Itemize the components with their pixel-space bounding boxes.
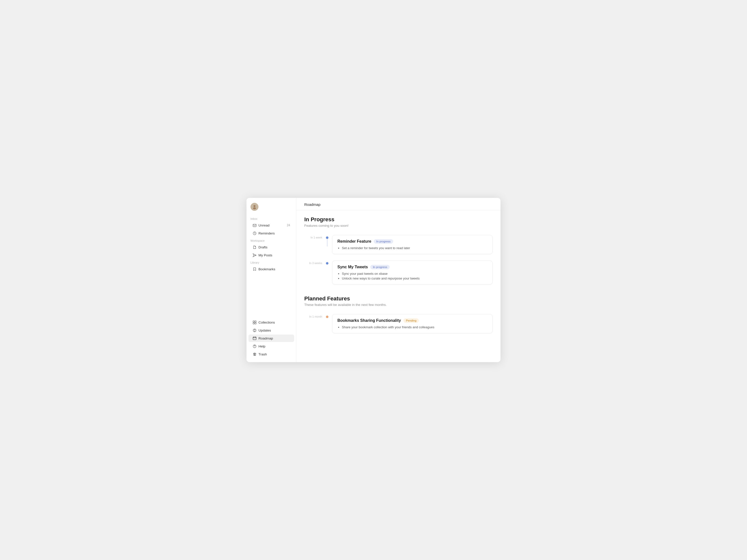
collections-label: Collections bbox=[258, 321, 275, 324]
trash-label: Trash bbox=[258, 352, 267, 356]
in-progress-section: In Progress Features coming to you soon!… bbox=[304, 216, 492, 289]
drafts-label: Drafts bbox=[258, 245, 267, 249]
bookmarks-sharing-title: Bookmarks Sharing Functionality bbox=[337, 318, 401, 323]
timeline-label-1week: In 1 week bbox=[310, 233, 322, 239]
timeline-dot-reminder bbox=[326, 236, 329, 239]
myposts-label: My Posts bbox=[258, 254, 273, 257]
sidebar-item-drafts[interactable]: Drafts bbox=[249, 243, 294, 251]
library-section-label: Library bbox=[247, 259, 296, 265]
sync-bullet-0: Sync your past tweets on xbase bbox=[342, 272, 487, 275]
in-progress-title: In Progress bbox=[304, 216, 492, 223]
sidebar-item-reminders[interactable]: Reminders bbox=[249, 230, 294, 237]
svg-point-1 bbox=[253, 207, 256, 209]
clock-icon bbox=[253, 231, 256, 235]
planned-subtitle: These features will be available in the … bbox=[304, 303, 492, 306]
reminder-feature-title: Reminder Feature bbox=[337, 239, 371, 244]
planned-section: Planned Features These features will be … bbox=[304, 295, 492, 337]
bookmarks-sharing-bullet-0: Share your bookmark collection with your… bbox=[342, 325, 487, 329]
help-label: Help bbox=[258, 344, 265, 348]
updates-label: Updates bbox=[258, 328, 271, 332]
roadmap-icon bbox=[253, 336, 256, 340]
timeline-label-1month: In 1 month bbox=[309, 312, 322, 318]
timeline-row-sync: In 3 weeks Sync My Tweets In progress bbox=[304, 258, 492, 289]
svg-rect-2 bbox=[253, 224, 256, 227]
in-progress-timeline: In 1 week Reminder Feature In progress bbox=[304, 233, 492, 289]
sidebar-item-collections[interactable]: Collections bbox=[249, 319, 294, 326]
bookmarks-sharing-bullets: Share your bookmark collection with your… bbox=[337, 325, 487, 329]
unread-label: Unread bbox=[258, 223, 269, 227]
sidebar: Inbox Unread 24 Reminders Workspace bbox=[247, 198, 296, 362]
page-title: Roadmap bbox=[296, 198, 500, 210]
unread-badge: 24 bbox=[287, 223, 290, 227]
updates-icon bbox=[253, 328, 256, 332]
reminder-badge: In progress bbox=[374, 239, 393, 244]
reminder-bullets: Set a reminder for tweets you want to re… bbox=[337, 246, 487, 250]
help-icon bbox=[253, 344, 256, 348]
svg-rect-6 bbox=[253, 321, 255, 322]
sidebar-item-myposts[interactable]: My Posts bbox=[249, 251, 294, 259]
send-icon bbox=[253, 253, 256, 257]
timeline-dot-bookmarks bbox=[326, 316, 329, 318]
in-progress-subtitle: Features coming to you soon! bbox=[304, 224, 492, 228]
planned-title: Planned Features bbox=[304, 295, 492, 302]
feature-card-sync: Sync My Tweets In progress Sync your pas… bbox=[332, 261, 492, 285]
inbox-icon bbox=[253, 223, 256, 227]
bookmarks-sharing-badge: Pending bbox=[403, 318, 419, 323]
sidebar-item-bookmarks[interactable]: Bookmarks bbox=[249, 265, 294, 273]
svg-point-0 bbox=[254, 205, 256, 207]
sidebar-item-unread[interactable]: Unread 24 bbox=[249, 221, 294, 229]
app-window: Inbox Unread 24 Reminders Workspace bbox=[247, 198, 500, 362]
draft-icon bbox=[253, 245, 256, 249]
bookmark-icon bbox=[253, 267, 256, 271]
reminder-bullet-0: Set a reminder for tweets you want to re… bbox=[342, 246, 487, 250]
svg-rect-9 bbox=[255, 323, 256, 324]
sync-bullet-1: Unlock new ways to curate and repurpose … bbox=[342, 276, 487, 280]
sync-feature-title: Sync My Tweets bbox=[337, 265, 368, 269]
timeline-label-3weeks: In 3 weeks bbox=[309, 258, 322, 265]
reminders-label: Reminders bbox=[258, 232, 275, 235]
svg-rect-11 bbox=[253, 337, 256, 340]
avatar[interactable] bbox=[251, 203, 258, 211]
sync-badge: In progress bbox=[370, 265, 390, 269]
feature-card-bookmarks-sharing: Bookmarks Sharing Functionality Pending … bbox=[332, 314, 492, 333]
svg-rect-7 bbox=[255, 321, 256, 322]
svg-point-16 bbox=[254, 347, 255, 347]
inbox-section-label: Inbox bbox=[247, 215, 296, 221]
workspace-section-label: Workspace bbox=[247, 237, 296, 243]
roadmap-label: Roadmap bbox=[258, 337, 273, 340]
bookmarks-label: Bookmarks bbox=[258, 267, 275, 271]
svg-rect-8 bbox=[253, 323, 255, 324]
planned-timeline: In 1 month Bookmarks Sharing Functionali… bbox=[304, 312, 492, 337]
trash-icon bbox=[253, 352, 256, 356]
timeline-row-bookmarks-sharing: In 1 month Bookmarks Sharing Functionali… bbox=[304, 312, 492, 337]
sidebar-item-roadmap[interactable]: Roadmap bbox=[249, 335, 294, 342]
timeline-line-1 bbox=[327, 239, 328, 246]
timeline-dot-sync bbox=[326, 262, 329, 265]
grid-icon bbox=[253, 320, 256, 324]
timeline-row-reminder: In 1 week Reminder Feature In progress bbox=[304, 233, 492, 258]
sync-bullets: Sync your past tweets on xbase Unlock ne… bbox=[337, 272, 487, 280]
sidebar-item-updates[interactable]: Updates bbox=[249, 326, 294, 334]
roadmap-content: In Progress Features coming to you soon!… bbox=[296, 210, 500, 362]
feature-card-reminder: Reminder Feature In progress Set a remin… bbox=[332, 235, 492, 254]
main-content-area: Roadmap In Progress Features coming to y… bbox=[296, 198, 500, 362]
sidebar-item-trash[interactable]: Trash bbox=[249, 350, 294, 358]
sidebar-item-help[interactable]: Help bbox=[249, 343, 294, 350]
